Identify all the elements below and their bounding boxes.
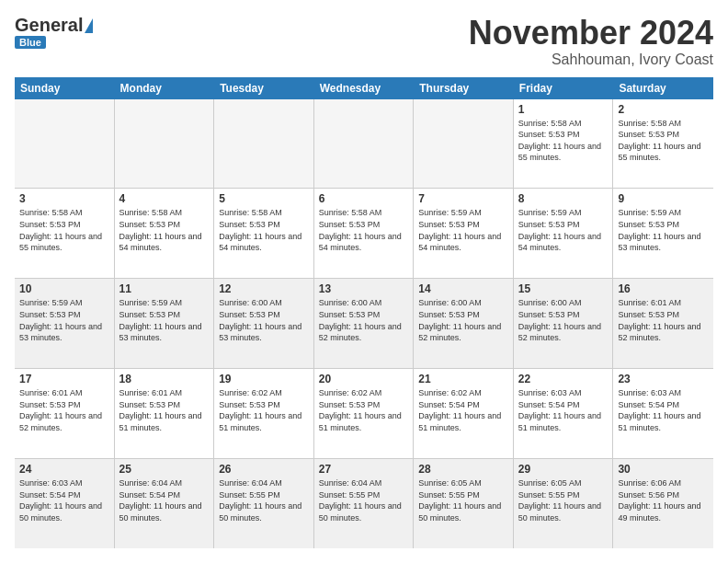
day-number: 4 — [119, 192, 210, 205]
day-cell-26: 26Sunrise: 6:04 AMSunset: 5:55 PMDayligh… — [214, 459, 314, 548]
day-number: 8 — [518, 192, 609, 205]
day-number: 11 — [119, 282, 210, 295]
day-cell-12: 12Sunrise: 6:00 AMSunset: 5:53 PMDayligh… — [214, 279, 314, 368]
cell-content: Sunrise: 6:01 AMSunset: 5:53 PMDaylight:… — [19, 387, 109, 433]
day-number: 21 — [418, 373, 508, 385]
cell-content: Sunrise: 6:04 AMSunset: 5:55 PMDaylight:… — [319, 477, 409, 523]
day-cell-5: 5Sunrise: 5:58 AMSunset: 5:53 PMDaylight… — [214, 189, 314, 278]
day-cell-22: 22Sunrise: 6:03 AMSunset: 5:54 PMDayligh… — [514, 369, 614, 458]
day-cell-10: 10Sunrise: 5:59 AMSunset: 5:53 PMDayligh… — [15, 279, 115, 368]
cell-content: Sunrise: 6:00 AMSunset: 5:53 PMDaylight:… — [418, 297, 508, 343]
day-header-wednesday: Wednesday — [314, 77, 415, 99]
cell-content: Sunrise: 6:00 AMSunset: 5:53 PMDaylight:… — [319, 297, 409, 343]
day-number: 5 — [219, 192, 309, 205]
day-number: 1 — [518, 103, 609, 116]
cell-content: Sunrise: 5:59 AMSunset: 5:53 PMDaylight:… — [19, 297, 109, 343]
day-number: 28 — [418, 463, 508, 476]
empty-cell — [115, 99, 215, 189]
day-cell-28: 28Sunrise: 6:05 AMSunset: 5:55 PMDayligh… — [414, 459, 514, 548]
cell-content: Sunrise: 6:06 AMSunset: 5:56 PMDaylight:… — [618, 477, 709, 523]
day-number: 9 — [618, 192, 709, 205]
cell-content: Sunrise: 6:03 AMSunset: 5:54 PMDaylight:… — [19, 477, 109, 523]
day-number: 7 — [418, 192, 508, 205]
day-cell-1: 1Sunrise: 5:58 AMSunset: 5:53 PMDaylight… — [514, 99, 614, 189]
day-number: 25 — [119, 463, 210, 476]
day-cell-7: 7Sunrise: 5:59 AMSunset: 5:53 PMDaylight… — [414, 189, 514, 278]
day-cell-14: 14Sunrise: 6:00 AMSunset: 5:53 PMDayligh… — [414, 279, 514, 368]
day-cell-4: 4Sunrise: 5:58 AMSunset: 5:53 PMDaylight… — [115, 189, 215, 278]
cell-content: Sunrise: 6:02 AMSunset: 5:54 PMDaylight:… — [418, 387, 508, 433]
day-cell-23: 23Sunrise: 6:03 AMSunset: 5:54 PMDayligh… — [613, 369, 713, 458]
day-number: 19 — [219, 373, 309, 385]
day-cell-20: 20Sunrise: 6:02 AMSunset: 5:53 PMDayligh… — [314, 369, 415, 458]
day-number: 17 — [19, 373, 109, 385]
day-cell-18: 18Sunrise: 6:01 AMSunset: 5:53 PMDayligh… — [115, 369, 215, 458]
empty-cell — [15, 99, 115, 189]
logo-general: General — [15, 15, 83, 36]
day-number: 14 — [418, 282, 508, 295]
cell-content: Sunrise: 6:01 AMSunset: 5:53 PMDaylight:… — [119, 387, 210, 433]
cell-content: Sunrise: 6:04 AMSunset: 5:55 PMDaylight:… — [219, 477, 309, 523]
logo: General Blue — [15, 15, 93, 49]
day-cell-6: 6Sunrise: 5:58 AMSunset: 5:53 PMDaylight… — [314, 189, 415, 278]
calendar-row-5: 24Sunrise: 6:03 AMSunset: 5:54 PMDayligh… — [15, 459, 713, 548]
day-cell-21: 21Sunrise: 6:02 AMSunset: 5:54 PMDayligh… — [414, 369, 514, 458]
day-number: 22 — [518, 373, 609, 385]
calendar-row-1: 1Sunrise: 5:58 AMSunset: 5:53 PMDaylight… — [15, 99, 713, 190]
day-header-saturday: Saturday — [613, 77, 713, 99]
day-cell-2: 2Sunrise: 5:58 AMSunset: 5:53 PMDaylight… — [613, 99, 713, 189]
day-header-sunday: Sunday — [15, 77, 115, 99]
day-cell-19: 19Sunrise: 6:02 AMSunset: 5:53 PMDayligh… — [214, 369, 314, 458]
cell-content: Sunrise: 6:03 AMSunset: 5:54 PMDaylight:… — [518, 387, 609, 433]
day-number: 27 — [319, 463, 409, 476]
cell-content: Sunrise: 5:58 AMSunset: 5:53 PMDaylight:… — [518, 118, 609, 164]
day-number: 12 — [219, 282, 309, 295]
empty-cell — [414, 99, 514, 189]
day-number: 29 — [518, 463, 609, 476]
day-cell-27: 27Sunrise: 6:04 AMSunset: 5:55 PMDayligh… — [314, 459, 415, 548]
cell-content: Sunrise: 5:58 AMSunset: 5:53 PMDaylight:… — [19, 207, 109, 253]
cell-content: Sunrise: 5:58 AMSunset: 5:53 PMDaylight:… — [618, 118, 709, 164]
day-number: 20 — [319, 373, 409, 385]
day-cell-17: 17Sunrise: 6:01 AMSunset: 5:53 PMDayligh… — [15, 369, 115, 458]
day-number: 3 — [19, 192, 109, 205]
cell-content: Sunrise: 6:05 AMSunset: 5:55 PMDaylight:… — [418, 477, 508, 523]
page: General Blue November 2024 Sahhouman, Iv… — [0, 0, 728, 563]
day-cell-30: 30Sunrise: 6:06 AMSunset: 5:56 PMDayligh… — [613, 459, 713, 548]
day-cell-24: 24Sunrise: 6:03 AMSunset: 5:54 PMDayligh… — [15, 459, 115, 548]
location: Sahhouman, Ivory Coast — [469, 52, 713, 68]
day-number: 30 — [618, 463, 709, 476]
day-header-monday: Monday — [115, 77, 215, 99]
day-number: 10 — [19, 282, 109, 295]
day-cell-29: 29Sunrise: 6:05 AMSunset: 5:55 PMDayligh… — [514, 459, 614, 548]
day-header-friday: Friday — [514, 77, 614, 99]
day-cell-9: 9Sunrise: 5:59 AMSunset: 5:53 PMDaylight… — [613, 189, 713, 278]
day-cell-16: 16Sunrise: 6:01 AMSunset: 5:53 PMDayligh… — [613, 279, 713, 368]
day-number: 16 — [618, 282, 709, 295]
empty-cell — [214, 99, 314, 189]
cell-content: Sunrise: 6:02 AMSunset: 5:53 PMDaylight:… — [219, 387, 309, 433]
cell-content: Sunrise: 6:01 AMSunset: 5:53 PMDaylight:… — [618, 297, 709, 343]
header: General Blue November 2024 Sahhouman, Iv… — [15, 15, 713, 68]
calendar-body: 1Sunrise: 5:58 AMSunset: 5:53 PMDaylight… — [15, 99, 713, 548]
cell-content: Sunrise: 5:59 AMSunset: 5:53 PMDaylight:… — [618, 207, 709, 253]
day-number: 2 — [618, 103, 709, 116]
day-header-thursday: Thursday — [414, 77, 514, 99]
day-number: 15 — [518, 282, 609, 295]
day-cell-15: 15Sunrise: 6:00 AMSunset: 5:53 PMDayligh… — [514, 279, 614, 368]
logo-line2: Blue — [15, 36, 46, 49]
logo-line1: General — [15, 15, 93, 36]
day-cell-3: 3Sunrise: 5:58 AMSunset: 5:53 PMDaylight… — [15, 189, 115, 278]
calendar-row-2: 3Sunrise: 5:58 AMSunset: 5:53 PMDaylight… — [15, 189, 713, 279]
logo-blue-label: Blue — [15, 36, 46, 49]
day-cell-13: 13Sunrise: 6:00 AMSunset: 5:53 PMDayligh… — [314, 279, 415, 368]
calendar-header: SundayMondayTuesdayWednesdayThursdayFrid… — [15, 77, 713, 99]
day-header-tuesday: Tuesday — [214, 77, 314, 99]
cell-content: Sunrise: 6:00 AMSunset: 5:53 PMDaylight:… — [518, 297, 609, 343]
month-title: November 2024 — [469, 15, 713, 52]
day-number: 24 — [19, 463, 109, 476]
day-number: 18 — [119, 373, 210, 385]
day-number: 13 — [319, 282, 409, 295]
cell-content: Sunrise: 6:02 AMSunset: 5:53 PMDaylight:… — [319, 387, 409, 433]
cell-content: Sunrise: 5:59 AMSunset: 5:53 PMDaylight:… — [418, 207, 508, 253]
